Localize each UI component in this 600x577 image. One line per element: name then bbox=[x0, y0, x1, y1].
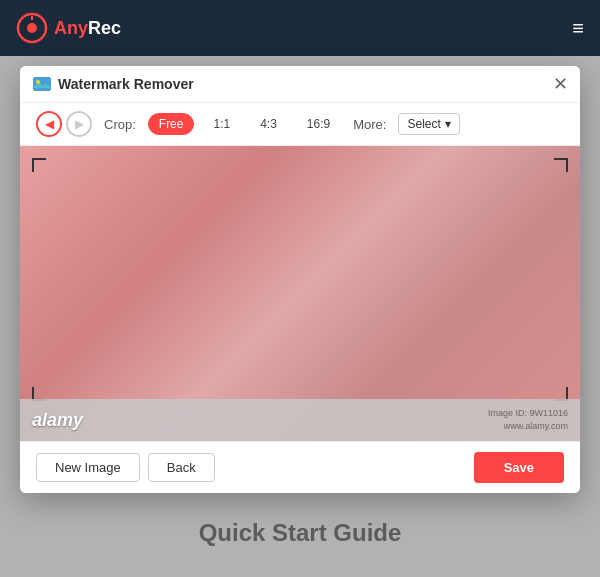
svg-rect-3 bbox=[33, 77, 51, 91]
crop-toolbar: ◀ ▶ Crop: Free 1:1 4:3 16:9 More: Select… bbox=[20, 103, 580, 146]
watermark-remover-modal: Watermark Remover ✕ ◀ ▶ Crop: Free 1:1 4… bbox=[20, 66, 580, 493]
crop-corner-top-right bbox=[554, 158, 568, 172]
logo-area: AnyRec bbox=[16, 12, 121, 44]
modal-header: Watermark Remover ✕ bbox=[20, 66, 580, 103]
crop-free-button[interactable]: Free bbox=[148, 113, 195, 135]
modal-title: Watermark Remover bbox=[58, 76, 194, 92]
crop-16-9-button[interactable]: 16:9 bbox=[296, 113, 341, 135]
new-image-button[interactable]: New Image bbox=[36, 453, 140, 482]
crop-1-1-button[interactable]: 1:1 bbox=[202, 113, 241, 135]
save-button[interactable]: Save bbox=[474, 452, 564, 483]
back-nav-button[interactable]: ◀ bbox=[36, 111, 62, 137]
logo-icon bbox=[16, 12, 48, 44]
footer-left-buttons: New Image Back bbox=[36, 453, 215, 482]
modal-overlay: Watermark Remover ✕ ◀ ▶ Crop: Free 1:1 4… bbox=[0, 56, 600, 577]
more-label: More: bbox=[353, 117, 386, 132]
modal-footer: New Image Back Save bbox=[20, 441, 580, 493]
forward-nav-button[interactable]: ▶ bbox=[66, 111, 92, 137]
close-button[interactable]: ✕ bbox=[553, 75, 568, 93]
image-area: alamy Image ID: 9W11016 www.alamy.com bbox=[20, 146, 580, 441]
crop-label: Crop: bbox=[104, 117, 136, 132]
svg-point-5 bbox=[36, 80, 40, 84]
svg-point-1 bbox=[27, 23, 37, 33]
logo-text: AnyRec bbox=[54, 18, 121, 39]
top-nav: AnyRec ≡ bbox=[0, 0, 600, 56]
nav-buttons: ◀ ▶ bbox=[36, 111, 92, 137]
crop-4-3-button[interactable]: 4:3 bbox=[249, 113, 288, 135]
modal-app-icon bbox=[32, 74, 52, 94]
modal-title-area: Watermark Remover bbox=[32, 74, 194, 94]
hamburger-button[interactable]: ≡ bbox=[572, 18, 584, 38]
select-dropdown-button[interactable]: Select ▾ bbox=[398, 113, 459, 135]
crop-corner-top-left bbox=[32, 158, 46, 172]
watermark-url-text: Image ID: 9W11016 www.alamy.com bbox=[488, 407, 568, 432]
image-content bbox=[20, 146, 580, 441]
watermark-logo-text: alamy bbox=[32, 410, 83, 431]
crop-options: Free 1:1 4:3 16:9 bbox=[148, 113, 341, 135]
watermark-bar: alamy Image ID: 9W11016 www.alamy.com bbox=[20, 399, 580, 441]
back-button[interactable]: Back bbox=[148, 453, 215, 482]
